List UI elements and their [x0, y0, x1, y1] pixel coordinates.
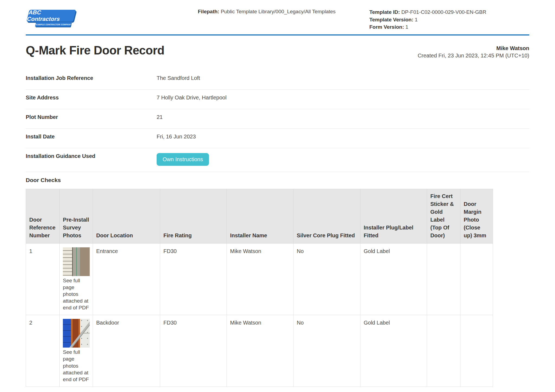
logo-banner: ABC Contractors: [27, 10, 76, 22]
filepath-text: Filepath: Public Template Library/000_Le…: [198, 9, 335, 15]
field-value: The Sandford Loft: [157, 75, 200, 81]
template-id-row: Template ID: DP-F01-C02-0000-029-V00-EN-…: [369, 9, 486, 16]
cell-door-location: Backdoor: [93, 315, 160, 387]
template-meta: Template ID: DP-F01-C02-0000-029-V00-EN-…: [369, 9, 486, 31]
cell-silver-core: No: [293, 244, 360, 315]
field-label: Plot Number: [26, 114, 157, 120]
photo-caption: See full page photos attached at end of …: [63, 349, 89, 383]
table-row: 2 See full page photos attached at end o…: [26, 315, 493, 387]
page-title: Q-Mark Fire Door Record: [26, 44, 164, 57]
document-header: ABC Contractors EXAMPLE CONTRACTOR COMPA…: [26, 0, 529, 34]
cell-fire-rating: FD30: [160, 315, 227, 387]
cell-fire-rating: FD30: [160, 244, 227, 315]
table-header-row: Door Reference Number Pre-Install Survey…: [26, 189, 493, 244]
col-header-fire-rating: Fire Rating: [160, 189, 227, 244]
photo-texture: [80, 247, 90, 276]
created-timestamp: Created Fri, 23 Jun 2023, 12:45 PM (UTC+…: [418, 53, 529, 59]
template-version-label: Template Version:: [369, 17, 413, 22]
template-version-row: Template Version: 1: [369, 16, 486, 23]
cell-door-ref: 2: [26, 315, 60, 387]
cell-installer-name: Mike Watson: [227, 315, 293, 387]
template-version-value: 1: [413, 17, 418, 22]
field-label: Installation Guidance Used: [26, 153, 157, 159]
field-label: Install Date: [26, 134, 157, 140]
logo-subtitle-banner: EXAMPLE CONTRACTOR COMPANY: [35, 22, 71, 27]
filepath-label: Filepath:: [198, 9, 219, 14]
cell-survey-photo: See full page photos attached at end of …: [60, 315, 93, 387]
author-name: Mike Watson: [418, 45, 529, 51]
header-divider-rule: [26, 34, 529, 35]
filepath-value: Public Template Library/000_Legacy/All T…: [219, 9, 335, 14]
col-header-door-reference-number: Door Reference Number: [26, 189, 60, 244]
photo-texture: [63, 319, 71, 348]
col-header-installer-name: Installer Name: [227, 189, 293, 244]
photo-texture: [63, 247, 73, 276]
cell-plug-label: Gold Label: [360, 315, 427, 387]
field-value: 7 Holly Oak Drive, Hartlepool: [157, 95, 227, 101]
form-version-label: Form Version:: [369, 24, 404, 30]
field-plot-number: Plot Number 21: [26, 109, 529, 128]
photo-texture: [73, 247, 80, 276]
field-value: 21: [157, 114, 163, 120]
cell-fire-cert-empty: [427, 315, 460, 387]
col-header-installer-plug-label-fitted: Installer Plug/Label Fitted: [360, 189, 427, 244]
door-checks-table: Door Reference Number Pre-Install Survey…: [26, 189, 493, 387]
own-instructions-button[interactable]: Own Instructions: [157, 153, 209, 166]
cell-survey-photo: See full page photos attached at end of …: [60, 244, 93, 315]
cell-installer-name: Mike Watson: [227, 244, 293, 315]
field-installation-job-reference: Installation Job Reference The Sandford …: [26, 70, 529, 89]
door-checks-table-body: 1 See full page photos attached at end o…: [26, 244, 493, 387]
field-installation-guidance-used: Installation Guidance Used Own Instructi…: [26, 148, 529, 172]
field-label: Installation Job Reference: [26, 75, 157, 81]
cell-plug-label: Gold Label: [360, 244, 427, 315]
form-version-value: 1: [404, 24, 408, 30]
title-row: Q-Mark Fire Door Record Mike Watson Crea…: [26, 44, 529, 59]
col-header-silver-core-plug-fitted: Silver Core Plug Fitted: [293, 189, 360, 244]
logo-company-name: ABC Contractors: [26, 9, 76, 22]
blue-door-timber-frame-photo: [63, 319, 90, 348]
field-install-date: Install Date Fri, 16 Jun 2023: [26, 128, 529, 148]
field-site-address: Site Address 7 Holly Oak Drive, Hartlepo…: [26, 89, 529, 109]
exterior-brick-doorway-photo: [63, 247, 90, 276]
cell-silver-core: No: [293, 315, 360, 387]
pdf-page: ABC Contractors EXAMPLE CONTRACTOR COMPA…: [0, 0, 555, 392]
photo-caption: See full page photos attached at end of …: [63, 277, 89, 311]
cell-margin-photo-empty: [460, 315, 493, 387]
col-header-pre-install-survey-photos: Pre-Install Survey Photos: [60, 189, 93, 244]
field-value: Fri, 16 Jun 2023: [157, 134, 196, 140]
door-checks-heading: Door Checks: [26, 172, 529, 183]
form-fields: Installation Job Reference The Sandford …: [26, 70, 529, 172]
form-version-row: Form Version: 1: [369, 24, 486, 31]
field-label: Site Address: [26, 95, 157, 101]
company-logo: ABC Contractors EXAMPLE CONTRACTOR COMPA…: [26, 10, 80, 28]
cell-fire-cert-empty: [427, 244, 460, 315]
col-header-fire-cert-sticker: Fire Cert Sticker & Gold Label (Top Of D…: [427, 189, 460, 244]
created-block: Mike Watson Created Fri, 23 Jun 2023, 12…: [418, 44, 529, 59]
logo-subtitle: EXAMPLE CONTRACTOR COMPANY: [34, 24, 72, 25]
template-id-label: Template ID:: [369, 9, 400, 15]
cell-door-ref: 1: [26, 244, 60, 315]
col-header-door-margin-photo: Door Margin Photo (Close up) 3mm: [460, 189, 493, 244]
template-id-value: DP-F01-C02-0000-029-V00-EN-GBR: [400, 9, 486, 15]
col-header-door-location: Door Location: [93, 189, 160, 244]
cell-margin-photo-empty: [460, 244, 493, 315]
door-checks-table-head: Door Reference Number Pre-Install Survey…: [26, 189, 493, 244]
table-row: 1 See full page photos attached at end o…: [26, 244, 493, 315]
cell-door-location: Entrance: [93, 244, 160, 315]
